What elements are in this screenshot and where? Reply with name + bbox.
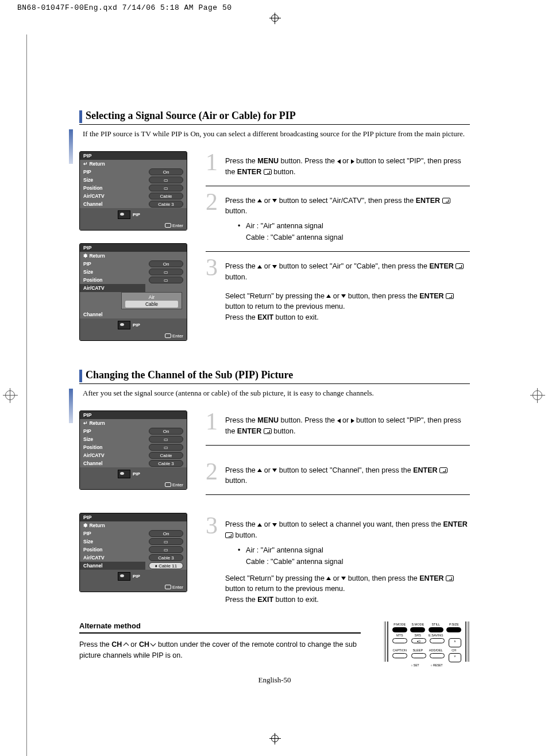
remote-btn [410,627,425,632]
osd-screenshot-1: PIP ↵ Return PIPOn Size▭ Position▭ Air/C… [79,151,187,231]
osd-val: Cable [149,452,183,459]
osd-row: Air/CATV [80,451,145,459]
osd-row-position: Position [80,276,145,284]
osd-val-position: ▭ [149,185,183,191]
remote-ch-down: ∨ [449,653,461,662]
section1-title: Selecting a Signal Source (Air or Cable)… [86,110,296,122]
remote-btn [430,638,445,643]
osd-return: ✽ Return [80,252,187,260]
section2-header: Changing the Channel of the Sub (PIP) Pi… [79,369,470,381]
content: Selecting a Signal Source (Air or Cable)… [79,109,470,685]
remote-btn [392,627,407,632]
remote-ch-up: ∧ [449,638,461,647]
osd-row: PIP [80,529,145,538]
osd-val: ▭ [149,268,183,275]
section-accent [79,110,82,123]
osd-option-cable-selected: Cable [125,301,178,308]
osd-row: Position [80,546,145,554]
osd-val: ▭ [149,538,183,545]
registration-mark-top [269,13,281,24]
osd-title: PIP [80,513,187,521]
osd-row: Position [80,443,145,451]
remote-btn: ●)) [411,638,426,643]
section1-gradient [69,129,73,164]
osd-row-pip: PIP [80,260,145,268]
osd-option-air: Air [122,294,182,301]
remote-btn [411,653,426,658]
remote-label: P.SIZE [446,623,461,626]
remote-label: ADD/DEL [429,648,443,652]
page-number: English-50 [79,676,470,685]
rule [206,445,470,446]
section1-header: Selecting a Signal Source (Air or Cable)… [79,109,470,122]
osd-return: ↵ Return [80,160,187,168]
steps-column-2: 1 Press the MENU button. Press the or bu… [206,410,470,613]
osd-row-aircatv: Air/CATV [80,192,145,200]
enter-icon [442,198,450,204]
remote-btn [446,627,461,632]
osd-row-aircatv-sel: Air/CATV [80,284,145,292]
osd-footer: PIP Enter [80,208,187,230]
osd-val: On [149,530,183,537]
remote-label: CAPTION [392,648,407,652]
page-area: Selecting a Signal Source (Air or Cable)… [26,34,512,685]
osd-screenshot-3: PIP ↵ Return PIPOn Size▭ Position▭ Air/C… [79,410,187,490]
rule [206,494,470,495]
enter-icon [446,575,454,581]
osd-row: Size [80,435,145,443]
enter-icon [456,263,464,269]
remote-label: S.MODE [410,623,425,626]
section1-rule [79,124,470,125]
remote-label: SRS [410,634,425,637]
enter-icon [264,428,272,434]
remote-label [446,634,461,637]
section1-intro: If the PIP source is TV while PIP is On,… [83,129,470,139]
step-3: 3 Press the or button to select "Air" or… [206,256,470,323]
osd-row-position: Position [80,184,145,192]
step-2: 2 Press the or button to select "Channel… [206,460,470,487]
remote-btn [392,638,407,643]
step-text: Press the or button to select "Air" or "… [225,258,470,323]
step-num-3: 3 [206,516,225,605]
osd-footer: PIP Enter [80,570,187,592]
osd-return: ↵ Return [80,419,187,427]
step-text: Press the MENU button. Press the or butt… [225,412,470,437]
step-num-3: 3 [206,258,225,323]
osd-row: PIP [80,427,145,435]
remote-btn [429,627,443,632]
section2-title: Changing the Channel of the Sub (PIP) Pi… [86,369,293,381]
alternate-block: Alternate method Press the CH or CH butt… [79,621,470,662]
osd-column: PIP ↵ Return PIPOn Size▭ Position▭ Air/C… [79,151,190,354]
section-accent [79,370,82,382]
osd-screenshot-4: PIP ✽ Return PIPOn Size▭ Position▭ Air/C… [79,513,187,592]
osd-dropdown: Air Cable [121,292,182,309]
step-1: 1 Press the MENU button. Press the or bu… [206,151,470,178]
enter-icon [446,293,454,299]
step-num-2: 2 [206,462,225,487]
osd-row-size: Size [80,268,145,276]
remote-label: MTS [392,634,407,637]
osd-row-channel: Channel [80,310,145,318]
registration-mark-bottom [269,733,281,745]
osd-row-pip: PIP [80,168,145,176]
remote-btn [430,653,445,658]
osd-val: On [149,428,183,435]
side-registration-right [530,388,545,403]
step-1: 1 Press the MENU button. Press the or bu… [206,410,470,437]
osd-val-channel: Cable 3 [149,201,183,208]
step-num-1: 1 [206,412,225,437]
osd-val: ▭ [149,277,183,283]
side-registration-left [3,388,18,403]
remote-btn [392,653,407,658]
osd-title: PIP [80,244,187,252]
osd-return: ✽ Return [80,521,187,529]
remote-label: RESET [433,663,443,667]
osd-title: PIP [80,411,187,419]
osd-val: ▭ [149,436,183,443]
step-text: Press the MENU button. Press the or butt… [225,152,470,178]
step-text: Press the or button to select "Air/CATV"… [225,192,470,244]
osd-row: Size [80,538,145,546]
osd-column: PIP ↵ Return PIPOn Size▭ Position▭ Air/C… [79,410,190,613]
enter-icon [439,467,447,473]
osd-row-channel: Channel [80,200,145,208]
